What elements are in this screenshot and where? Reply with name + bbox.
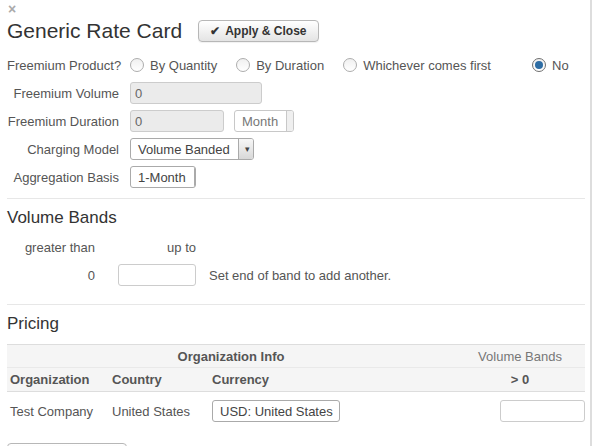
volume-bands-group-header: Volume Bands — [455, 349, 585, 364]
pricing-column-header-row: Organization Country Currency > 0 — [7, 368, 585, 392]
volume-bands-heading: Volume Bands — [7, 208, 600, 227]
currency-cell: USD: United States ▾ — [212, 400, 455, 422]
radio-whichever-comes-first-label: Whichever comes first — [363, 58, 491, 73]
charging-model-value: Volume Banded — [131, 139, 238, 159]
scrollbar-track[interactable] — [590, 0, 592, 446]
chevron-down-icon: ▾ — [194, 167, 196, 187]
pricing-table: Organization Info Volume Bands Organizat… — [7, 344, 585, 428]
radio-icon — [236, 58, 250, 72]
radio-by-quantity-label: By Quantity — [150, 58, 217, 73]
band-start-value: 0 — [7, 268, 95, 283]
currency-value: USD: United States — [213, 401, 340, 421]
check-icon: ✔ — [210, 25, 220, 37]
price-input[interactable] — [500, 400, 585, 422]
chevron-down-icon: ▾ — [238, 139, 254, 159]
radio-icon — [343, 58, 357, 72]
currency-select[interactable]: USD: United States ▾ — [212, 400, 340, 422]
radio-by-duration[interactable]: By Duration — [236, 58, 324, 73]
pricing-group-header-row: Organization Info Volume Bands — [7, 345, 585, 368]
up-to-header: up to — [95, 240, 196, 255]
radio-icon — [130, 58, 144, 72]
freemium-volume-label: Freemium Volume — [7, 86, 119, 101]
generic-rate-card-dialog: × Generic Rate Card ✔ Apply & Close Free… — [0, 0, 600, 446]
organization-column-header: Organization — [7, 372, 112, 387]
radio-no-label: No — [552, 58, 569, 73]
freemium-duration-row: Freemium Duration Month ▾ — [7, 110, 600, 132]
section-divider — [7, 304, 585, 305]
title-row: Generic Rate Card ✔ Apply & Close — [7, 0, 600, 42]
section-divider — [7, 198, 585, 199]
aggregation-basis-value: 1-Month — [131, 167, 194, 187]
freemium-duration-unit-select: Month ▾ — [234, 110, 294, 132]
radio-whichever-comes-first[interactable]: Whichever comes first — [343, 58, 491, 73]
pricing-heading: Pricing — [7, 314, 600, 333]
rate-card-form: Freemium Product? By Quantity By Duratio… — [7, 54, 600, 188]
freemium-volume-row: Freemium Volume — [7, 82, 600, 104]
volume-band-row: 0 Set end of band to add another. — [7, 264, 600, 286]
freemium-duration-unit-value: Month — [235, 111, 286, 131]
band-end-input[interactable] — [118, 264, 196, 286]
freemium-product-label: Freemium Product? — [7, 58, 119, 73]
charging-model-label: Charging Model — [7, 142, 119, 157]
aggregation-basis-label: Aggregation Basis — [7, 170, 119, 185]
price-cell — [455, 400, 585, 422]
freemium-product-row: Freemium Product? By Quantity By Duratio… — [7, 54, 600, 76]
organization-info-group-header: Organization Info — [7, 349, 455, 364]
charging-model-select[interactable]: Volume Banded ▾ — [130, 138, 254, 160]
country-column-header: Country — [112, 372, 212, 387]
currency-column-header: Currency — [212, 372, 455, 387]
radio-no[interactable]: No — [532, 58, 569, 73]
freemium-duration-input — [130, 110, 224, 132]
radio-by-quantity[interactable]: By Quantity — [130, 58, 217, 73]
radio-by-duration-label: By Duration — [256, 58, 324, 73]
chevron-down-icon: ▾ — [286, 111, 294, 131]
charging-model-row: Charging Model Volume Banded ▾ — [7, 138, 600, 160]
organization-cell: Test Company — [7, 404, 112, 419]
band-column-header: > 0 — [455, 372, 585, 387]
apply-close-button-top[interactable]: ✔ Apply & Close — [198, 20, 318, 42]
aggregation-basis-row: Aggregation Basis 1-Month ▾ — [7, 166, 600, 188]
band-help-text: Set end of band to add another. — [209, 268, 391, 283]
freemium-duration-label: Freemium Duration — [7, 114, 119, 129]
page-title: Generic Rate Card — [7, 19, 182, 42]
freemium-product-options: By Quantity By Duration Whichever comes … — [130, 58, 588, 73]
volume-bands-editor: greater than up to 0 Set end of band to … — [7, 240, 600, 286]
aggregation-basis-select[interactable]: 1-Month ▾ — [130, 166, 196, 188]
table-row: Test Company United States USD: United S… — [7, 392, 585, 428]
radio-icon — [532, 58, 546, 72]
volume-bands-columns: greater than up to — [7, 240, 600, 255]
freemium-volume-input — [130, 82, 262, 104]
close-icon[interactable]: × — [8, 2, 16, 16]
apply-close-label: Apply & Close — [225, 24, 306, 38]
greater-than-header: greater than — [7, 240, 95, 255]
country-cell: United States — [112, 404, 212, 419]
